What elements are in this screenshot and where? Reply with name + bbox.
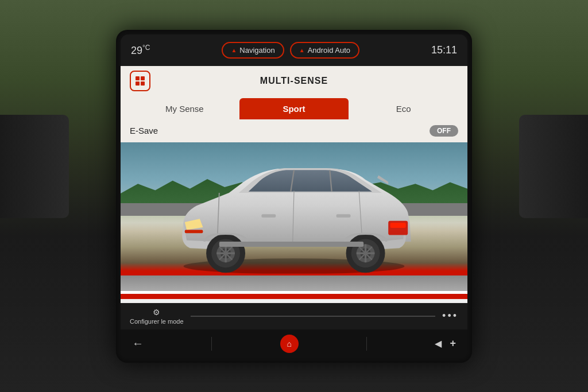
road-gray	[121, 275, 467, 291]
car-image-area	[121, 142, 467, 303]
nav-buttons-group: ▲ Navigation ▲ Android Auto	[222, 42, 359, 59]
volume-up-button[interactable]: +	[450, 337, 456, 350]
dashboard-vent-right	[519, 115, 588, 218]
android-auto-label: Android Auto	[308, 46, 350, 55]
dashboard-background: 29°C ▲ Navigation ▲ Android Auto 15:11	[0, 0, 588, 392]
nav-divider-2	[366, 337, 367, 351]
volume-controls: ◀ +	[435, 337, 456, 350]
volume-down-button[interactable]: ◀	[435, 338, 442, 349]
grid-icon	[136, 76, 145, 86]
progress-line	[191, 316, 436, 317]
bottom-nav: ← ⌂ ◀ +	[121, 329, 467, 358]
section-title: MULTI-SENSE	[157, 76, 431, 86]
dots-icon: •••	[442, 310, 458, 321]
tune-icon: ⚙︎	[153, 308, 160, 317]
content-header: MULTI-SENSE	[121, 66, 467, 96]
car-background	[121, 142, 467, 303]
screen-bezel: 29°C ▲ Navigation ▲ Android Auto 15:11	[116, 30, 472, 363]
mode-tabs: My Sense Sport Eco	[121, 96, 467, 119]
status-bar: 29°C ▲ Navigation ▲ Android Auto 15:11	[121, 34, 467, 66]
svg-rect-7	[336, 214, 351, 218]
svg-rect-5	[390, 223, 406, 228]
navigation-button[interactable]: ▲ Navigation	[222, 42, 284, 59]
time-display: 15:11	[431, 44, 457, 56]
esave-row: E-Save OFF	[121, 119, 467, 142]
tab-sport[interactable]: Sport	[239, 98, 349, 119]
tab-eco[interactable]: Eco	[349, 98, 458, 119]
infotainment-screen: 29°C ▲ Navigation ▲ Android Auto 15:11	[121, 34, 467, 358]
main-content-area: MULTI-SENSE My Sense Sport Eco	[121, 66, 467, 303]
temperature-display: 29°C	[131, 44, 150, 57]
svg-rect-3	[185, 230, 203, 233]
bottom-controls: ⚙︎ Configurer le mode •••	[121, 303, 467, 329]
esave-toggle[interactable]: OFF	[430, 125, 458, 137]
svg-rect-6	[261, 214, 276, 218]
navigation-label: Navigation	[239, 46, 274, 55]
back-button[interactable]: ←	[132, 337, 144, 350]
menu-grid-button[interactable]	[130, 71, 150, 91]
android-auto-icon: ▲	[299, 47, 305, 53]
nav-divider	[211, 337, 212, 351]
more-options-button[interactable]: •••	[442, 310, 458, 322]
configure-mode-label: Configurer le mode	[130, 318, 184, 325]
navigation-icon: ▲	[231, 47, 237, 53]
android-auto-button[interactable]: ▲ Android Auto	[290, 42, 359, 59]
home-button[interactable]: ⌂	[280, 335, 299, 353]
dashboard-vent-left	[0, 115, 69, 218]
road-white-bottom	[121, 299, 467, 303]
esave-label: E-Save	[130, 126, 158, 135]
home-icon: ⌂	[287, 339, 291, 348]
car-image	[164, 157, 424, 276]
configure-mode-button[interactable]: ⚙︎ Configurer le mode	[130, 308, 184, 325]
road-red-stripe-bottom	[121, 294, 467, 299]
tab-my-sense[interactable]: My Sense	[130, 98, 239, 119]
svg-rect-24	[219, 241, 363, 246]
